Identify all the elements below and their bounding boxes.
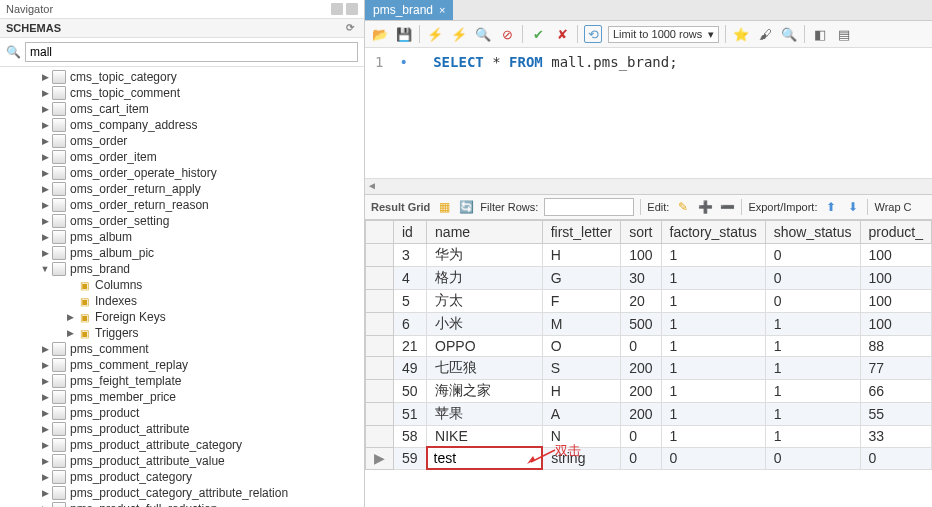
cell-sort[interactable]: 30	[621, 267, 661, 290]
commit-icon[interactable]: ✔	[529, 25, 547, 43]
cell-factory_status[interactable]: 1	[661, 426, 765, 448]
tree-folder-columns[interactable]: ▣Columns	[65, 277, 364, 293]
brush-icon[interactable]: 🖌	[756, 25, 774, 43]
row-selector[interactable]	[366, 267, 394, 290]
cell-factory_status[interactable]: 1	[661, 403, 765, 426]
cell-name[interactable]: 七匹狼	[427, 357, 543, 380]
expand-arrow-icon[interactable]: ▶	[40, 360, 50, 370]
execute-step-icon[interactable]: ⚡	[450, 25, 468, 43]
column-header-factory_status[interactable]: factory_status	[661, 221, 765, 244]
cell-product_[interactable]: 33	[860, 426, 931, 448]
cell-first_letter[interactable]: H	[542, 380, 620, 403]
cell-id[interactable]: 50	[394, 380, 427, 403]
cell-id[interactable]: 6	[394, 313, 427, 336]
expand-arrow-icon[interactable]: ▶	[40, 456, 50, 466]
tree-table-pms_brand[interactable]: ▼pms_brand	[0, 261, 364, 277]
editor-scrollbar[interactable]	[365, 178, 932, 194]
cell-factory_status[interactable]: 1	[661, 336, 765, 357]
cell-product_[interactable]: 100	[860, 290, 931, 313]
grid-icon[interactable]: ▦	[436, 199, 452, 215]
cell-first_letter[interactable]: string	[542, 447, 620, 469]
cell-sort[interactable]: 200	[621, 380, 661, 403]
column-header-id[interactable]: id	[394, 221, 427, 244]
autocommit-icon[interactable]: ⟲	[584, 25, 602, 43]
expand-arrow-icon[interactable]: ▶	[40, 344, 50, 354]
cell-sort[interactable]: 0	[621, 336, 661, 357]
table-row[interactable]: 6小米M50011100	[366, 313, 932, 336]
table-row[interactable]: ▶59string0000	[366, 447, 932, 469]
cell-sort[interactable]: 200	[621, 403, 661, 426]
column-header-sort[interactable]: sort	[621, 221, 661, 244]
expand-arrow-icon[interactable]: ▶	[40, 136, 50, 146]
expand-arrow-icon[interactable]: ▼	[40, 264, 50, 274]
add-row-icon[interactable]: ➕	[697, 199, 713, 215]
cell-product_[interactable]: 100	[860, 267, 931, 290]
table-row[interactable]: 5方太F2010100	[366, 290, 932, 313]
cell-show_status[interactable]: 1	[765, 426, 860, 448]
toggle-output-icon[interactable]: ▤	[835, 25, 853, 43]
cell-factory_status[interactable]: 1	[661, 290, 765, 313]
table-row[interactable]: 49七匹狼S2001177	[366, 357, 932, 380]
cell-name[interactable]: 海澜之家	[427, 380, 543, 403]
tree-table-oms_order_return_apply[interactable]: ▶oms_order_return_apply	[0, 181, 364, 197]
cell-name[interactable]: 格力	[427, 267, 543, 290]
cell-name[interactable]: 华为	[427, 244, 543, 267]
cell-first_letter[interactable]: G	[542, 267, 620, 290]
cell-show_status[interactable]: 1	[765, 313, 860, 336]
toggle-panel-icon[interactable]: ◧	[811, 25, 829, 43]
cell-id[interactable]: 3	[394, 244, 427, 267]
cell-product_[interactable]: 0	[860, 447, 931, 469]
expand-arrow-icon[interactable]: ▶	[40, 120, 50, 130]
cell-first_letter[interactable]: H	[542, 244, 620, 267]
tree-table-pms_product[interactable]: ▶pms_product	[0, 405, 364, 421]
row-selector[interactable]	[366, 403, 394, 426]
column-header-product_[interactable]: product_	[860, 221, 931, 244]
expand-arrow-icon[interactable]: ▶	[40, 392, 50, 402]
tree-folder-indexes[interactable]: ▣Indexes	[65, 293, 364, 309]
refresh-result-icon[interactable]: 🔄	[458, 199, 474, 215]
cell-first_letter[interactable]: N	[542, 426, 620, 448]
table-row[interactable]: 50海澜之家H2001166	[366, 380, 932, 403]
expand-arrow-icon[interactable]: ▶	[40, 104, 50, 114]
open-file-icon[interactable]: 📂	[371, 25, 389, 43]
cell-sort[interactable]: 20	[621, 290, 661, 313]
beautify-icon[interactable]: ⭐	[732, 25, 750, 43]
expand-arrow-icon[interactable]: ▶	[40, 88, 50, 98]
cell-name[interactable]: 小米	[427, 313, 543, 336]
column-header-name[interactable]: name	[427, 221, 543, 244]
tree-table-pms_album_pic[interactable]: ▶pms_album_pic	[0, 245, 364, 261]
cell-sort[interactable]: 100	[621, 244, 661, 267]
expand-arrow-icon[interactable]: ▶	[40, 248, 50, 258]
cell-show_status[interactable]: 0	[765, 290, 860, 313]
tree-table-cms_topic_comment[interactable]: ▶cms_topic_comment	[0, 85, 364, 101]
expand-arrow-icon[interactable]: ▶	[40, 424, 50, 434]
table-row[interactable]: 3华为H10010100	[366, 244, 932, 267]
explain-icon[interactable]: 🔍	[474, 25, 492, 43]
cell-product_[interactable]: 100	[860, 244, 931, 267]
cell-edit-input[interactable]	[428, 448, 542, 468]
row-selector[interactable]: ▶	[366, 447, 394, 469]
cell-name[interactable]: 苹果	[427, 403, 543, 426]
expand-arrow-icon[interactable]: ▶	[40, 376, 50, 386]
cell-factory_status[interactable]: 1	[661, 357, 765, 380]
expand-arrow-icon[interactable]: ▶	[65, 312, 75, 322]
refresh-icon[interactable]: ⟳	[346, 22, 358, 34]
cell-product_[interactable]: 100	[860, 313, 931, 336]
cell-first_letter[interactable]: F	[542, 290, 620, 313]
stop-icon[interactable]: ⊘	[498, 25, 516, 43]
tree-table-pms_comment_replay[interactable]: ▶pms_comment_replay	[0, 357, 364, 373]
tree-table-oms_cart_item[interactable]: ▶oms_cart_item	[0, 101, 364, 117]
tree-table-pms_album[interactable]: ▶pms_album	[0, 229, 364, 245]
tree-table-pms_product_attribute_value[interactable]: ▶pms_product_attribute_value	[0, 453, 364, 469]
expand-arrow-icon[interactable]: ▶	[40, 200, 50, 210]
tree-table-oms_order_operate_history[interactable]: ▶oms_order_operate_history	[0, 165, 364, 181]
cell-sort[interactable]: 0	[621, 426, 661, 448]
export-icon[interactable]: ⬆	[823, 199, 839, 215]
tab-pms-brand[interactable]: pms_brand ×	[365, 0, 453, 20]
result-grid[interactable]: idnamefirst_lettersortfactory_statusshow…	[365, 220, 932, 470]
cell-product_[interactable]: 88	[860, 336, 931, 357]
cell-first_letter[interactable]: A	[542, 403, 620, 426]
tree-table-pms_product_attribute[interactable]: ▶pms_product_attribute	[0, 421, 364, 437]
cell-product_[interactable]: 77	[860, 357, 931, 380]
expand-arrow-icon[interactable]: ▶	[65, 328, 75, 338]
